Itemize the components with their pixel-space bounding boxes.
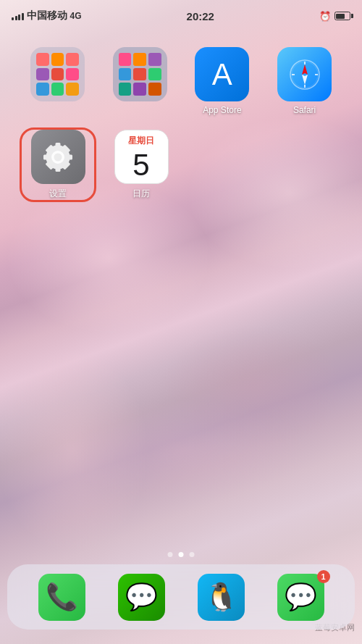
folder-mini-6: [66, 68, 79, 81]
qq-icon-symbol: 🐧: [204, 581, 238, 613]
folder-1-icon: [30, 47, 85, 101]
app-row-2: 设置 星期日 5 日历: [14, 130, 348, 200]
folder-1[interactable]: [22, 47, 93, 115]
dock: 📞 💬 🐧 💬 1: [7, 564, 355, 630]
calendar-label: 日历: [132, 188, 150, 200]
safari-compass-svg: [287, 57, 322, 92]
dock-wechat[interactable]: 💬: [118, 574, 165, 621]
music-mini-5: [133, 68, 146, 81]
folder-mini-1: [36, 53, 49, 66]
battery-icon: [334, 12, 350, 20]
folder-2-icon: [113, 47, 167, 101]
page-dots: [168, 552, 195, 557]
folder-mini-8: [51, 83, 64, 96]
carrier-label: 中国移动: [27, 9, 67, 22]
calendar-day-number: 5: [132, 149, 149, 182]
calendar-icon: 星期日 5: [114, 130, 169, 184]
dock-phone[interactable]: 📞: [38, 574, 85, 621]
folder-mini-9: [66, 83, 79, 96]
safari-label: Safari: [293, 105, 316, 115]
alarm-icon: ⏰: [319, 11, 331, 22]
folder-mini-2: [51, 53, 64, 66]
app-store-app[interactable]: A App Store: [187, 47, 258, 115]
svg-marker-7: [302, 75, 308, 85]
calendar-app[interactable]: 星期日 5 日历: [105, 130, 177, 200]
messages-badge: 1: [317, 570, 330, 583]
dock-messages[interactable]: 💬 1: [277, 574, 324, 621]
app-store-icon: A: [195, 47, 249, 101]
signal-bar-1: [12, 17, 14, 20]
svg-marker-6: [302, 64, 308, 75]
settings-app[interactable]: 设置: [22, 130, 94, 200]
page-dot-1: [168, 552, 173, 557]
settings-highlight-border: [20, 127, 96, 202]
music-mini-1: [119, 53, 132, 66]
status-right: ⏰: [319, 11, 350, 22]
music-mini-6: [148, 68, 161, 81]
signal-bar-2: [15, 16, 17, 20]
page-dot-3: [190, 552, 195, 557]
network-label: 4G: [70, 11, 82, 21]
appstore-symbol: A: [212, 59, 232, 90]
status-left: 中国移动 4G: [12, 9, 82, 22]
music-mini-2: [133, 53, 146, 66]
dock-messages-icon: 💬 1: [277, 574, 324, 621]
safari-app[interactable]: Safari: [269, 47, 340, 115]
messages-icon-symbol: 💬: [285, 582, 317, 612]
music-mini-9: [148, 83, 161, 96]
music-mini-3: [148, 53, 161, 66]
safari-icon: [277, 47, 332, 101]
music-mini-4: [119, 68, 132, 81]
folder-mini-7: [36, 83, 49, 96]
app-store-label: App Store: [203, 105, 241, 115]
music-mini-8: [133, 83, 146, 96]
wechat-icon-symbol: 💬: [125, 582, 158, 612]
signal-bar-4: [22, 13, 24, 20]
folder-mini-3: [66, 53, 79, 66]
signal-bar-3: [18, 14, 20, 20]
app-row-1: A App Store Safari: [14, 47, 348, 115]
battery-fill: [336, 14, 345, 19]
folder-2[interactable]: [104, 47, 176, 115]
dock-qq-icon: 🐧: [198, 574, 245, 621]
music-mini-7: [119, 83, 132, 96]
folder-mini-5: [51, 68, 64, 81]
phone-icon-symbol: 📞: [46, 582, 78, 612]
folder-mini-4: [36, 68, 49, 81]
page-dot-2: [179, 552, 184, 557]
status-bar: 中国移动 4G 20:22 ⏰: [0, 0, 362, 32]
dock-phone-icon: 📞: [38, 574, 85, 621]
calendar-day-name: 星期日: [115, 131, 168, 149]
time-display: 20:22: [187, 10, 214, 22]
signal-bars: [12, 12, 24, 20]
dock-wechat-icon: 💬: [118, 574, 165, 621]
dock-qq[interactable]: 🐧: [198, 574, 245, 621]
app-grid: A App Store Safari: [0, 36, 362, 225]
